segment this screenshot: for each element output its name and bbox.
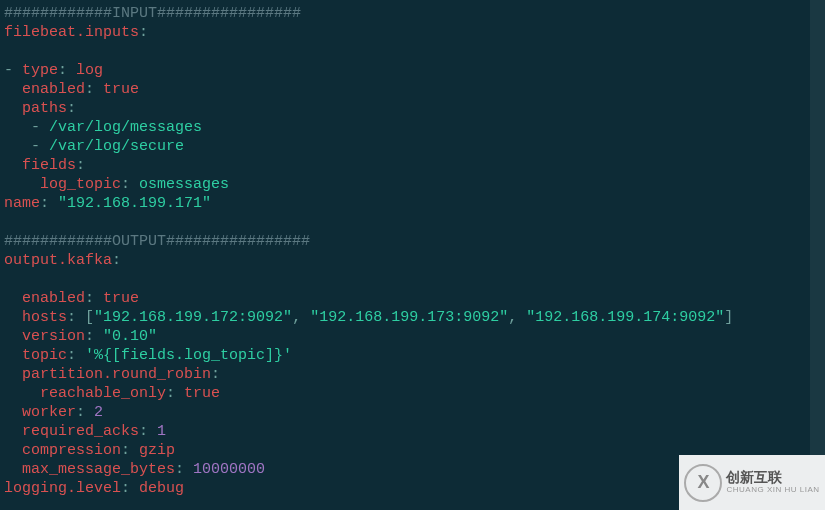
output-section-comment: ############OUTPUT################ (4, 233, 310, 250)
watermark-line1: 创新互联 (726, 470, 819, 485)
vertical-scrollbar[interactable] (810, 0, 825, 510)
watermark-logo-icon: X (684, 464, 722, 502)
input-section-comment: ############INPUT################ (4, 5, 301, 22)
watermark-line2: CHUANG XIN HU LIAN (726, 486, 819, 495)
filebeat-inputs-key: filebeat.inputs (4, 24, 139, 41)
watermark-text: 创新互联 CHUANG XIN HU LIAN (726, 470, 819, 494)
watermark-badge: X 创新互联 CHUANG XIN HU LIAN (679, 455, 825, 510)
yaml-config-code: ############INPUT################ filebe… (0, 0, 825, 510)
output-kafka-key: output.kafka (4, 252, 112, 269)
